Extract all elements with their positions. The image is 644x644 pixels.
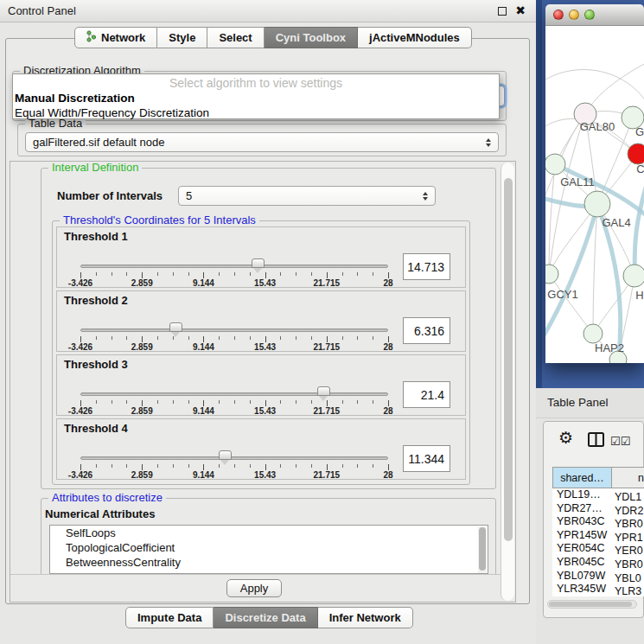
slider-tick	[388, 400, 389, 406]
table-hscrollbar-thumb[interactable]	[549, 602, 632, 607]
network-edge[interactable]	[549, 164, 555, 274]
columns-icon[interactable]	[588, 432, 604, 450]
tab-infer-network[interactable]: Infer Network	[318, 607, 413, 628]
network-node[interactable]	[584, 191, 610, 217]
algorithm-option-manual-discretization[interactable]: Manual Discretization	[13, 91, 499, 105]
threshold-value-field[interactable]: 14.713	[403, 253, 450, 280]
network-node[interactable]	[623, 265, 644, 287]
slider-thumb[interactable]	[219, 450, 232, 460]
table-row[interactable]: YER054CYER0	[552, 542, 644, 556]
threshold-slider[interactable]: -3.4262.8599.14415.4321.71528	[80, 258, 388, 288]
network-node[interactable]	[545, 154, 565, 175]
slider-tick	[342, 272, 343, 276]
table-row[interactable]: YLR345WYLR3	[552, 583, 644, 596]
threshold-value-field[interactable]: 6.316	[403, 317, 450, 344]
attribute-item-topologicalcoefficient[interactable]: TopologicalCoefficient	[50, 540, 488, 555]
table-row[interactable]: YBL079WYBL0	[552, 570, 644, 583]
slider-tick	[96, 464, 97, 468]
interval-definition-title: Interval Definition	[48, 161, 142, 174]
algorithm-placeholder-option[interactable]: Select algorithm to view settings	[13, 74, 499, 91]
attribute-item-betweennesscentrality[interactable]: BetweennessCentrality	[50, 555, 488, 570]
tab-discretize-data[interactable]: Discretize Data	[214, 607, 317, 628]
tab-jactivemnodules[interactable]: jActiveMNodules	[358, 27, 472, 48]
tab-style[interactable]: Style	[157, 27, 207, 48]
threshold-slider[interactable]: -3.4262.8599.14415.4321.71528	[80, 386, 388, 416]
network-window-titlebar[interactable]	[545, 4, 644, 26]
node-label: HAP2	[595, 341, 624, 354]
slider-tick	[250, 336, 251, 340]
table-row[interactable]: YDL19…YDL1	[552, 488, 644, 502]
node-label: G	[635, 125, 644, 138]
network-node[interactable]	[545, 265, 558, 284]
numerical-attributes-list[interactable]: SelfLoopsTopologicalCoefficientBetweenne…	[49, 525, 488, 574]
slider-tick-label: 15.43	[254, 278, 276, 288]
slider-tick	[327, 336, 328, 342]
table-hscrollbar[interactable]	[547, 600, 637, 609]
table-row[interactable]: YDR27…YDR2	[552, 502, 644, 516]
apply-button[interactable]: Apply	[226, 579, 282, 597]
settings-scrollbar-thumb[interactable]	[504, 178, 513, 541]
zoom-traffic-light-icon[interactable]	[584, 10, 595, 20]
close-icon[interactable]: ✖	[515, 3, 526, 17]
threshold-value-field[interactable]: 11.344	[403, 445, 450, 472]
tab-select[interactable]: Select	[207, 27, 264, 48]
table-row[interactable]: YPR145WYPR1	[552, 529, 644, 543]
slider-thumb[interactable]	[317, 386, 330, 396]
network-icon	[86, 30, 96, 45]
slider-track[interactable]	[80, 456, 388, 460]
slider-tick	[112, 400, 112, 404]
slider-track[interactable]	[80, 328, 388, 332]
close-traffic-light-icon[interactable]	[553, 10, 564, 20]
tab-network[interactable]: Network	[74, 27, 157, 48]
column-header-shared-name[interactable]: shared…	[552, 467, 612, 488]
threshold-slider[interactable]: -3.4262.8599.14415.4321.71528	[80, 322, 388, 352]
settings-scrollbar[interactable]	[501, 163, 514, 601]
slider-tick	[388, 272, 389, 278]
cell-shared-name: YPR145W	[552, 529, 611, 541]
gear-icon[interactable]: ⚙	[558, 430, 573, 446]
tab-cyni-toolbox[interactable]: Cyni Toolbox	[265, 27, 358, 48]
attributes-scrollbar[interactable]	[478, 526, 487, 573]
network-edge[interactable]	[545, 70, 644, 104]
slider-tick-label: 2.859	[131, 470, 153, 480]
minimize-traffic-light-icon[interactable]	[569, 10, 579, 20]
slider-tick	[173, 400, 174, 404]
table-panel-window: ⚙ ☑☑ shared… n YDL19…YDL1YDR27…YDR2YBR04…	[543, 421, 644, 618]
slider-track[interactable]	[80, 392, 388, 396]
slider-tick	[142, 272, 143, 278]
slider-thumb[interactable]	[252, 258, 265, 268]
node-label: H	[635, 289, 643, 302]
attributes-scrollbar-thumb[interactable]	[479, 527, 486, 571]
table-data-combobox[interactable]: galFiltered.sif default node	[25, 132, 499, 152]
slider-tick	[373, 400, 373, 404]
slider-track[interactable]	[80, 265, 388, 268]
threshold-label: Threshold 3	[64, 358, 128, 371]
slider-thumb[interactable]	[169, 322, 182, 332]
network-edge[interactable]	[549, 114, 585, 274]
network-node[interactable]	[583, 324, 603, 343]
threshold-slider[interactable]: -3.4262.8599.14415.4321.71528	[80, 450, 388, 480]
node-label: GCY1	[547, 288, 577, 301]
tab-label: Infer Network	[329, 611, 401, 624]
slider-tick	[280, 400, 281, 404]
threshold-value-field[interactable]: 21.4	[403, 381, 450, 408]
cell-name: YLR3	[611, 585, 641, 596]
slider-tick	[311, 464, 312, 468]
table-row[interactable]: YBR045CYBR0	[552, 556, 644, 570]
number-of-intervals-value: 5	[186, 189, 192, 202]
network-node[interactable]	[628, 143, 644, 164]
network-canvas[interactable]: GAL80GCGAL11GAL4GCY1HHAP2	[545, 26, 644, 363]
slider-tick	[357, 272, 358, 276]
algorithm-option-equal-width-frequency-discretization[interactable]: Equal Width/Frequency Discretization	[13, 105, 499, 120]
table-row[interactable]: YBR043CYBR0	[552, 515, 644, 529]
checkbox-icons[interactable]: ☑☑	[610, 435, 630, 448]
tab-impute-data[interactable]: Impute Data	[125, 607, 214, 628]
attribute-item-selfloops[interactable]: SelfLoops	[50, 526, 488, 540]
node-label: GAL11	[560, 175, 595, 188]
float-window-icon[interactable]	[498, 7, 507, 16]
number-of-intervals-combobox[interactable]: 5	[178, 186, 436, 206]
threshold-panel-4: Threshold 4-3.4262.8599.14415.4321.71528…	[56, 418, 466, 480]
slider-tick-label: 21.715	[314, 342, 341, 352]
column-header-name[interactable]: n	[612, 467, 644, 488]
network-edge-thick[interactable]	[634, 182, 644, 276]
